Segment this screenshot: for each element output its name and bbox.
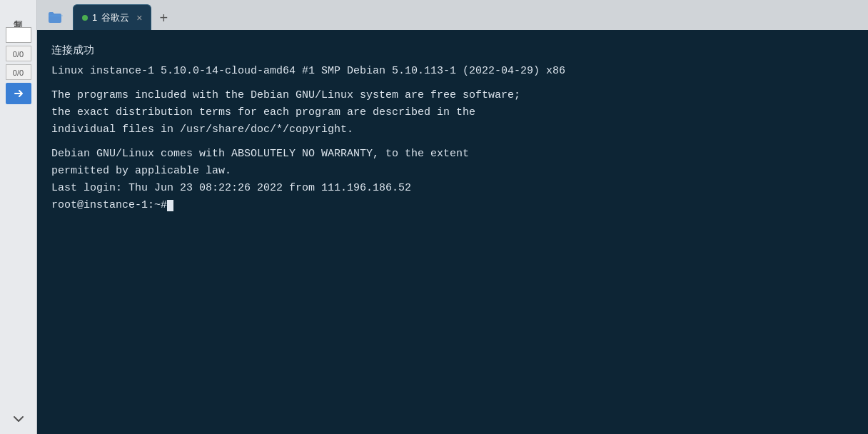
add-tab-button[interactable]: + (153, 7, 174, 29)
chevron-down-icon (13, 415, 24, 423)
tab-status-dot (82, 15, 88, 21)
counter-2: 0/0 (6, 64, 31, 80)
main-area: 1 谷歌云 × + 连接成功 Linux instance-1 5.10.0-1… (37, 0, 868, 434)
send-button[interactable] (6, 83, 31, 104)
tab-label: 谷歌云 (101, 11, 129, 24)
terminal-connect-line: 连接成功 (51, 41, 854, 59)
terminal-cursor (167, 200, 173, 211)
terminal-area[interactable]: 连接成功 Linux instance-1 5.10.0-14-cloud-am… (37, 30, 868, 434)
sidebar: 复制 0/0 0/0 (0, 0, 37, 434)
tab-close-button[interactable]: × (136, 13, 142, 23)
counter-1: 0/0 (6, 46, 31, 61)
tab-bar: 1 谷歌云 × + (37, 0, 868, 30)
tab-google-cloud[interactable]: 1 谷歌云 × (73, 4, 151, 30)
copy-button[interactable]: 复制 (8, 6, 29, 20)
terminal-line-5: Debian GNU/Linux comes with ABSOLUTELY N… (51, 146, 854, 163)
terminal-line-1: Linux instance-1 5.10.0-14-cloud-amd64 #… (51, 63, 854, 80)
tab-number: 1 (92, 12, 97, 23)
terminal-line-6: permitted by applicable law. (51, 163, 854, 180)
terminal-line-7: Last login: Thu Jun 23 08:22:26 2022 fro… (51, 180, 854, 197)
terminal-line-3: the exact distribution terms for each pr… (51, 104, 854, 121)
scroll-down-button[interactable] (6, 411, 31, 427)
terminal-line-2: The programs included with the Debian GN… (51, 87, 854, 104)
search-input[interactable] (6, 27, 31, 43)
terminal-line-4: individual files in /usr/share/doc/*/cop… (51, 121, 854, 138)
terminal-blank-2 (51, 138, 854, 146)
folder-button[interactable] (43, 6, 69, 30)
terminal-prompt-line: root@instance-1:~# (51, 197, 854, 214)
arrow-right-icon (13, 88, 24, 99)
folder-icon (47, 9, 64, 26)
terminal-blank-1 (51, 80, 854, 87)
